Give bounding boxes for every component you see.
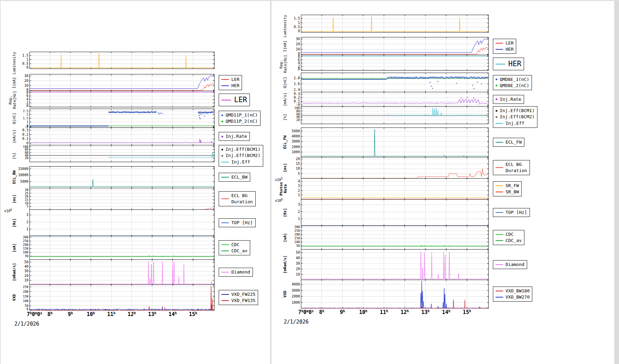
svg-text:10h: 10h (87, 311, 95, 317)
legend-line-marker (221, 177, 229, 178)
svg-text:150: 150 (294, 236, 300, 240)
ecl-fw-plot: 10002000300040005000 (287, 128, 489, 157)
legend-dot-marker (496, 78, 497, 80)
strip-row-charge: Q[nC].3.4.511.522.5QMD11P_1(nC)QMD11P_2(… (1, 109, 271, 128)
svg-text:9h: 9h (340, 309, 345, 315)
svg-text:8: 8 (298, 55, 300, 58)
svg-text:0.5: 0.5 (22, 62, 28, 65)
legend-cell: Inj.Rate (215, 128, 271, 145)
strip-row-cdc: [uA]50100150200250300CDCCDC_av (271, 226, 615, 250)
legend-entry-label: HER (508, 59, 521, 69)
strip-row-photon-rate: x105Photon Rate1234SR_FWSR_BW (271, 178, 615, 199)
svg-text:1: 1 (26, 227, 28, 231)
inj-rate-plot: 00.10.20.3 (16, 128, 215, 145)
legend-cell: ECL BG Duration (215, 188, 271, 210)
legend-entry: VXD_FW225 (221, 291, 255, 298)
beam-monitor-page: Luminosity00.511.5I[mA]0102030LERHERRep.… (0, 0, 619, 364)
svg-text:5: 5 (27, 205, 28, 208)
svg-text:1: 1 (26, 58, 28, 61)
legend-line-marker (496, 264, 503, 265)
legend-line-marker (496, 185, 503, 186)
legend-ecl-bg: ECL BG Duration (219, 191, 256, 206)
svg-text:8h: 8h (319, 309, 324, 315)
svg-text:10h: 10h (359, 309, 367, 315)
svg-text:1: 1 (298, 217, 300, 220)
svg-text:15: 15 (25, 198, 28, 202)
legend-charge: QMD11P_1(nC)QMD11P_2(nC) (219, 111, 260, 126)
legend-cell: TOP [Hz] (215, 209, 271, 236)
legend-cell: LERHER (489, 37, 615, 55)
svg-text:15h: 15h (463, 309, 471, 315)
strip-row-inj-eff: [%]20406080100Inj.Eff(BCM1)Inj.Eff(BCM2)… (271, 106, 615, 128)
svg-text:13h: 13h (421, 309, 429, 315)
y-axis-title-top-rate: [Hz] (271, 199, 287, 226)
svg-text:0.1: 0.1 (22, 137, 28, 141)
y-axis-title-text: VXD (12, 294, 16, 301)
legend-entry: HER (496, 46, 513, 52)
strip-row-inj-rate: [mA/s]-00.10.20.3Inj.Rate (271, 92, 615, 107)
legend-cell: ECL BG Duration (489, 157, 615, 179)
svg-text:0: 0 (26, 141, 28, 145)
window-edge (614, 1, 619, 364)
svg-text:20: 20 (25, 195, 28, 198)
y-axis-title-charge: Q[nC] (271, 73, 287, 92)
x-axis-labels: 7h0m0s8h9h10h11h12h13h14h15h (287, 308, 489, 319)
svg-text:11h: 11h (107, 311, 116, 317)
legend-line-marker (221, 294, 229, 295)
legend-entry: VXD_FW135 (221, 298, 255, 304)
legend-vxd: VXD_BW180VXD_BW270 (493, 287, 532, 302)
legend-line-marker (496, 64, 505, 64)
legend-entry-label: Inj.Eff(BCM2) (226, 153, 260, 159)
legend-diamond: Diamond (219, 268, 253, 277)
luminosity-plot: 00.511.5 (16, 52, 215, 69)
legend-entry-label: Inj.Eff(BCM2) (500, 114, 535, 120)
svg-text:3: 3 (298, 184, 300, 187)
y-axis-title-luminosity: Luminosity (271, 15, 287, 37)
svg-text:10000: 10000 (18, 173, 28, 177)
cdc-plot: 50100150200250300 (287, 226, 489, 250)
strip-row-diamond: [mRad/s]1020304050Diamond (1, 259, 271, 285)
legend-line-marker (496, 49, 503, 50)
y-axis-title-text: Q[nC] (283, 77, 287, 88)
legend-entry-label: LER (506, 40, 513, 46)
y-axis-title-vxd: VXD (1, 284, 16, 311)
legend-line-marker (496, 192, 503, 192)
legend-line-marker (221, 222, 229, 223)
legend-ecl-fw: ECL_FW (493, 138, 524, 147)
strip-row-ecl-bg: [ms]5101520ECL BG Duration (271, 157, 615, 179)
svg-text:1.5: 1.5 (294, 16, 300, 20)
svg-text:2: 2 (298, 64, 300, 68)
strip-row-vxd: VXD1000200030004000VXD_BW180VXD_BW270 (271, 280, 615, 308)
svg-text:6: 6 (26, 94, 28, 98)
svg-text:8: 8 (26, 91, 28, 94)
legend-entry-label: LER (231, 76, 239, 83)
legend-cell: HER (489, 55, 615, 73)
charge-plot: 1.41.61.8 (287, 73, 489, 92)
strip-row-luminosity: Luminosity00.511.5 (271, 15, 615, 37)
legend-dot-marker (496, 116, 497, 118)
legend-line-marker (496, 167, 503, 168)
svg-text:0.3: 0.3 (294, 92, 300, 96)
y-axis-title-ecl-bg: [ms] (1, 188, 16, 210)
y-axis-title-vxd: VXD (271, 280, 287, 308)
svg-text:4: 4 (298, 179, 300, 183)
legend-entry-label: Inj.Eff(BCM1) (500, 108, 535, 114)
legend-entry-label: Inj.Eff(BCM1) (226, 146, 260, 153)
legend-rep-rate: LER (219, 94, 250, 106)
y-axis-title-inj-eff: [%] (1, 145, 16, 167)
legend-line-marker (496, 291, 503, 291)
legend-entry-label: VXD_BW270 (506, 294, 530, 300)
y-axis-title-inj-rate: [mA/s] (1, 128, 16, 145)
svg-text:7h0m0s: 7h0m0s (298, 309, 314, 315)
svg-text:4000: 4000 (292, 134, 300, 138)
svg-text:12h: 12h (128, 311, 136, 317)
svg-text:0.1: 0.1 (294, 99, 300, 103)
legend-entry: QMD11P_2(nC) (221, 118, 258, 124)
x-axis-row: 7h0m0s8h9h10h11h12h13h14h15h (271, 308, 615, 319)
svg-text:50: 50 (25, 254, 28, 258)
legend-cell: QMD8E_1(nC)QMD8E_2(nC) (489, 73, 615, 92)
svg-text:0.5: 0.5 (294, 25, 300, 29)
strip-row-cdc: [uA]50100150200250300CDCCDC_av (1, 236, 271, 260)
svg-text:10: 10 (24, 84, 28, 87)
svg-text:250: 250 (23, 239, 28, 243)
